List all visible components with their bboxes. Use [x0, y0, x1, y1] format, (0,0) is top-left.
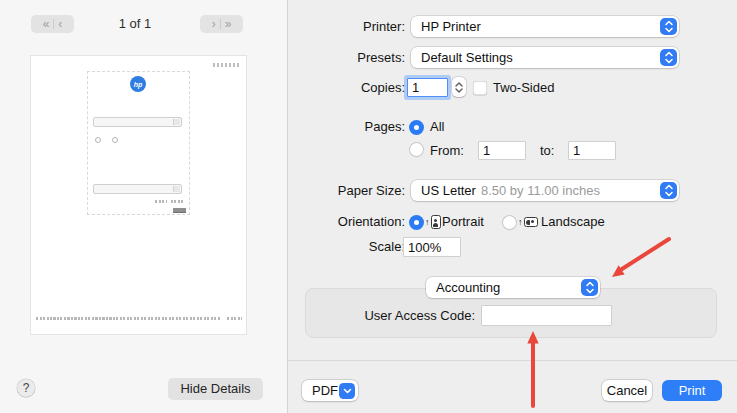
preview-submit-text [171, 200, 185, 203]
pdf-button[interactable]: PDF [302, 380, 358, 401]
scale-label: Scale: [285, 237, 405, 257]
scale-input[interactable] [403, 237, 461, 257]
copies-input[interactable] [407, 78, 448, 97]
preview-link-text [173, 208, 186, 213]
stepper-down-icon [455, 88, 463, 93]
portrait-page-glyph [431, 215, 441, 229]
preview-dropdown-field [93, 117, 182, 127]
printer-label: Printer: [285, 16, 405, 37]
user-access-code-label: User Access Code: [345, 305, 475, 326]
pages-all-label: All [430, 118, 444, 136]
printer-select[interactable]: HP Printer [411, 16, 679, 37]
page-counter: 1 of 1 [95, 15, 175, 33]
chevron-up-down-icon [581, 279, 598, 296]
page-nav-back-button[interactable]: « ‹ [31, 15, 74, 33]
pdf-button-label: PDF [312, 383, 338, 398]
up-arrow-glyph: ↑ [425, 218, 430, 227]
print-options-pane-value: Accounting [436, 280, 500, 295]
pages-to-label: to: [540, 141, 554, 160]
hp-logo: hp [130, 76, 146, 92]
presets-select[interactable]: Default Settings [411, 47, 679, 68]
preview-cancel-text [155, 200, 167, 203]
help-button[interactable]: ? [17, 379, 35, 397]
chevron-up-down-icon [660, 182, 677, 199]
cancel-button-label: Cancel [607, 383, 647, 398]
chevron-up-down-icon [660, 18, 677, 35]
copies-stepper[interactable] [452, 77, 466, 97]
landscape-label: Landscape [541, 213, 605, 231]
cancel-button[interactable]: Cancel [602, 380, 652, 401]
print-dialog: « ‹ 1 of 1 › » hp ? Hide Details Printer… [0, 0, 737, 413]
copies-label: Copies: [285, 78, 405, 97]
print-options-pane-select[interactable]: Accounting [426, 277, 600, 298]
landscape-page-glyph [524, 217, 538, 227]
previous-page-icon[interactable]: ‹ [58, 18, 62, 30]
two-sided-label: Two-Sided [493, 78, 554, 97]
pages-from-input[interactable] [478, 141, 526, 160]
paper-size-value: US Letter [421, 183, 476, 198]
pdf-menu-chevron-down-icon[interactable] [339, 383, 355, 399]
paper-size-dimensions: 8.50 by 11.00 inches [481, 183, 600, 198]
portrait-radio[interactable] [409, 215, 424, 230]
preview-radio [112, 137, 118, 143]
print-button-label: Print [679, 383, 706, 398]
paper-size-select[interactable]: US Letter 8.50 by 11.00 inches [411, 180, 679, 201]
landscape-radio[interactable] [502, 215, 517, 230]
user-access-code-input[interactable] [481, 305, 612, 326]
print-button[interactable]: Print [662, 380, 722, 401]
pages-from-label: From: [430, 141, 464, 160]
pages-to-input[interactable] [568, 141, 616, 160]
nav-separator [220, 19, 221, 29]
presets-select-value: Default Settings [421, 50, 513, 65]
pages-label: Pages: [285, 118, 405, 136]
nav-separator [53, 19, 54, 29]
presets-label: Presets: [285, 47, 405, 68]
landscape-icon: ↑ [518, 214, 538, 230]
orientation-label: Orientation: [285, 213, 405, 231]
preview-footer-url [36, 317, 221, 320]
preview-radio [95, 137, 101, 143]
print-preview-page: hp [30, 55, 247, 335]
stepper-up-icon [455, 82, 463, 87]
printer-select-value: HP Printer [421, 19, 481, 34]
chevron-up-down-icon [660, 49, 677, 66]
portrait-label: Portrait [442, 213, 484, 231]
preview-footer-page-number [227, 317, 242, 320]
last-page-icon[interactable]: » [225, 18, 232, 30]
preview-dropdown-field [93, 184, 182, 194]
up-arrow-glyph: ↑ [518, 218, 523, 227]
pages-all-radio[interactable] [409, 120, 424, 135]
paper-size-label: Paper Size: [285, 180, 405, 201]
page-nav-forward-button[interactable]: › » [200, 15, 243, 33]
pages-range-radio[interactable] [409, 142, 424, 157]
portrait-icon: ↑ [425, 214, 441, 230]
two-sided-checkbox[interactable] [473, 81, 487, 95]
hide-details-button[interactable]: Hide Details [168, 378, 263, 400]
first-page-icon[interactable]: « [43, 18, 50, 30]
next-page-icon[interactable]: › [212, 18, 216, 30]
preview-header-timestamp [213, 63, 240, 67]
action-bar-divider [288, 360, 737, 361]
